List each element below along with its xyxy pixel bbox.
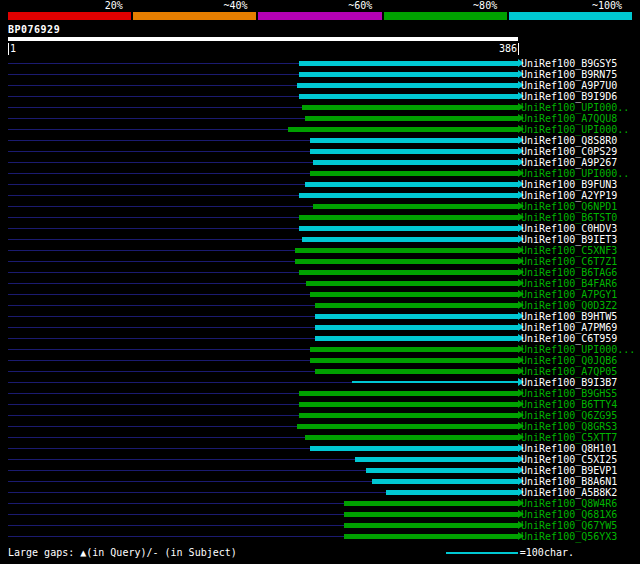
alignment-bar[interactable] (299, 193, 518, 198)
hit-label[interactable]: UniRef100_B6TST0 (521, 212, 617, 223)
hit-label[interactable]: UniRef100_Q6ZG95 (521, 410, 617, 421)
hit-label[interactable]: UniRef100_C5XTT7 (521, 432, 617, 443)
hit-label[interactable]: UniRef100_B9GHS5 (521, 388, 617, 399)
hit-label[interactable]: UniRef100_B9GSY5 (521, 58, 617, 69)
alignment-bar[interactable] (299, 215, 518, 220)
hit-label[interactable]: UniRef100_C6T959 (521, 333, 617, 344)
hit-label[interactable]: UniRef100_A7PGY1 (521, 289, 617, 300)
alignment-bar[interactable] (315, 314, 518, 319)
alignment-bar[interactable] (315, 303, 518, 308)
alignment-bar[interactable] (344, 512, 518, 517)
scale-segment (258, 12, 381, 20)
alignment-bar[interactable] (299, 402, 518, 407)
alignment-bar[interactable] (302, 237, 518, 242)
scale-label: ~100% (507, 1, 632, 11)
alignment-bar[interactable] (310, 446, 518, 451)
alignment-bar[interactable] (299, 226, 518, 231)
hit-label[interactable]: UniRef100_A7QP05 (521, 366, 617, 377)
hit-label[interactable]: UniRef100_B9RN75 (521, 69, 617, 80)
hit-row: UniRef100_C5XI25 (0, 454, 640, 465)
hit-label[interactable]: UniRef100_C6T7Z1 (521, 256, 617, 267)
alignment-bar[interactable] (352, 381, 518, 383)
hit-label[interactable]: UniRef100_B9EVP1 (521, 465, 617, 476)
hit-label[interactable]: UniRef100_A2YP19 (521, 190, 617, 201)
alignment-bar[interactable] (310, 149, 518, 154)
hit-label[interactable]: UniRef100_A7PM69 (521, 322, 617, 333)
hit-label[interactable]: UniRef100_B9HTW5 (521, 311, 617, 322)
legend-text: =100char. (520, 547, 574, 559)
hit-label[interactable]: UniRef100_Q0JQB6 (521, 355, 617, 366)
hit-label[interactable]: UniRef100_B4FAR6 (521, 278, 617, 289)
alignment-bar[interactable] (305, 435, 518, 440)
hit-label[interactable]: UniRef100_A5B8K2 (521, 487, 617, 498)
hit-label[interactable]: UniRef100_B9IET3 (521, 234, 617, 245)
alignment-bar[interactable] (315, 369, 518, 374)
alignment-bar[interactable] (386, 490, 518, 495)
alignment-bar[interactable] (344, 523, 518, 528)
hit-label[interactable]: UniRef100_B9I9D6 (521, 91, 617, 102)
hit-label[interactable]: UniRef100_B9FUN3 (521, 179, 617, 190)
alignment-bar[interactable] (310, 171, 518, 176)
hit-label[interactable]: UniRef100_Q6NPD1 (521, 201, 617, 212)
alignment-bar[interactable] (299, 94, 518, 99)
alignment-bar[interactable] (297, 424, 518, 429)
scale-label: ~40% (133, 1, 258, 11)
alignment-bar[interactable] (295, 248, 518, 253)
hit-label[interactable]: UniRef100_Q8GRS3 (521, 421, 617, 432)
hit-label[interactable]: UniRef100_A9P267 (521, 157, 617, 168)
alignment-bar[interactable] (372, 479, 518, 484)
hit-label[interactable]: UniRef100_B9I3B7 (521, 377, 617, 388)
hit-label[interactable]: UniRef100_Q8H101 (521, 443, 617, 454)
alignment-bar[interactable] (344, 501, 518, 506)
alignment-bar[interactable] (315, 325, 518, 330)
alignment-bar[interactable] (310, 347, 518, 352)
hit-label[interactable]: UniRef100_Q681X6 (521, 509, 617, 520)
hit-row: UniRef100_B6TST0 (0, 212, 640, 223)
hit-label[interactable]: UniRef100_B6TTY4 (521, 399, 617, 410)
hit-label[interactable]: UniRef100_A9P7U0 (521, 80, 617, 91)
query-id: BP076929 (8, 24, 60, 35)
hit-row: UniRef100_UPI000.. (0, 168, 640, 179)
alignment-bar[interactable] (305, 182, 518, 187)
hit-label[interactable]: UniRef100_UPI000.. (521, 102, 629, 113)
alignment-bar[interactable] (295, 259, 518, 264)
hit-label[interactable]: UniRef100_Q8S8R0 (521, 135, 617, 146)
hit-label[interactable]: UniRef100_Q67YW5 (521, 520, 617, 531)
alignment-bar[interactable] (299, 61, 518, 66)
alignment-bar[interactable] (310, 292, 518, 297)
hit-label[interactable]: UniRef100_UPI000... (521, 344, 635, 355)
alignment-bar[interactable] (306, 281, 518, 286)
alignment-bar[interactable] (313, 160, 518, 165)
alignment-bar[interactable] (313, 204, 518, 209)
hit-label[interactable]: UniRef100_A7QQU8 (521, 113, 617, 124)
alignment-bar[interactable] (305, 116, 518, 121)
alignment-bar[interactable] (315, 336, 518, 341)
alignment-bar[interactable] (299, 413, 518, 418)
hit-label[interactable]: UniRef100_C5XNF3 (521, 245, 617, 256)
hit-row: UniRef100_A9P267 (0, 157, 640, 168)
hit-label[interactable]: UniRef100_UPI000.. (521, 124, 629, 135)
alignment-bar[interactable] (288, 127, 518, 132)
hit-label[interactable]: UniRef100_Q8W4R6 (521, 498, 617, 509)
scale-label: ~80% (382, 1, 507, 11)
alignment-bar[interactable] (366, 468, 518, 473)
hit-label[interactable]: UniRef100_Q0D3Z2 (521, 300, 617, 311)
hit-row: UniRef100_A9P7U0 (0, 80, 640, 91)
alignment-bar[interactable] (310, 358, 518, 363)
alignment-bar[interactable] (299, 391, 518, 396)
hit-label[interactable]: UniRef100_Q56YX3 (521, 531, 617, 542)
hit-label[interactable]: UniRef100_B6TAG6 (521, 267, 617, 278)
alignment-bar[interactable] (310, 138, 518, 143)
hit-label[interactable]: UniRef100_UPI000.. (521, 168, 629, 179)
hit-label[interactable]: UniRef100_C5XI25 (521, 454, 617, 465)
alignment-bar[interactable] (302, 105, 518, 110)
hit-label[interactable]: UniRef100_C0PS29 (521, 146, 617, 157)
alignment-bar[interactable] (297, 83, 518, 88)
alignment-bar[interactable] (299, 270, 518, 275)
alignment-bar[interactable] (299, 72, 518, 77)
hit-label[interactable]: UniRef100_B8A6N1 (521, 476, 617, 487)
alignment-bar[interactable] (355, 457, 518, 462)
hit-label[interactable]: UniRef100_C0HDV3 (521, 223, 617, 234)
hit-row: UniRef100_A7PGY1 (0, 289, 640, 300)
alignment-bar[interactable] (344, 534, 518, 539)
